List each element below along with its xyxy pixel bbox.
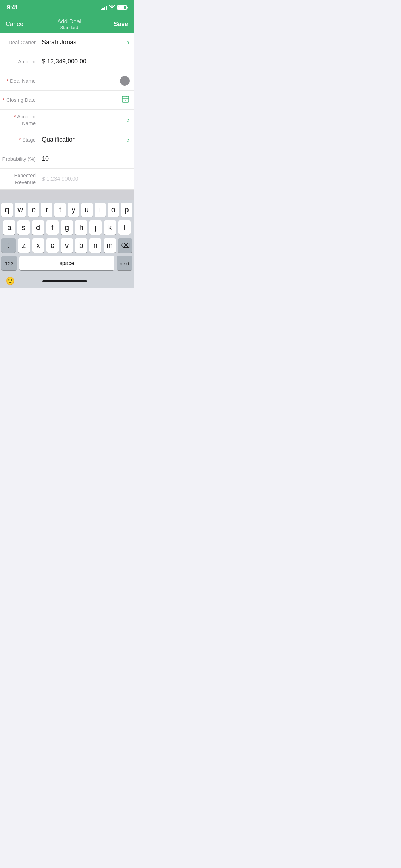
deal-owner-label: Deal Owner: [0, 39, 41, 46]
account-name-value[interactable]: ›: [41, 116, 134, 124]
account-name-label: * Account Name: [0, 113, 41, 126]
probability-row[interactable]: Probability (%) 10: [0, 149, 134, 169]
key-r[interactable]: r: [41, 203, 52, 217]
account-name-chevron-icon: ›: [127, 116, 130, 124]
deal-owner-chevron-icon: ›: [127, 38, 130, 46]
bottom-bar: 🙂: [0, 275, 134, 288]
stage-text: Qualification: [42, 136, 76, 143]
keyboard-row-3: ⇧ z x c v b n m ⌫: [1, 238, 132, 253]
key-x[interactable]: x: [32, 238, 45, 253]
status-time: 9:41: [7, 4, 18, 11]
expected-revenue-row: ExpectedRevenue $ 1,234,900.00: [0, 169, 134, 189]
signal-icon: [101, 5, 107, 10]
probability-label: Probability (%): [0, 156, 41, 162]
stage-value[interactable]: Qualification ›: [41, 136, 134, 144]
next-key[interactable]: next: [117, 256, 132, 270]
key-i[interactable]: i: [95, 203, 106, 217]
nav-title-main: Add Deal: [57, 18, 81, 25]
closing-date-row[interactable]: * Closing Date 1: [0, 91, 134, 110]
key-p[interactable]: p: [121, 203, 132, 217]
expected-revenue-text: $ 1,234,900.00: [42, 176, 78, 182]
amount-text: $ 12,349,000.00: [42, 58, 86, 65]
key-k[interactable]: k: [104, 220, 116, 235]
nav-subtitle: Standard: [57, 25, 81, 30]
amount-label: Amount: [0, 58, 41, 65]
key-f[interactable]: f: [46, 220, 59, 235]
wifi-icon: [109, 5, 115, 11]
probability-value[interactable]: 10: [41, 155, 134, 162]
key-m[interactable]: m: [104, 238, 116, 253]
key-j[interactable]: j: [89, 220, 102, 235]
status-icons: [101, 5, 127, 11]
key-z[interactable]: z: [18, 238, 30, 253]
home-indicator: [42, 280, 87, 282]
key-l[interactable]: l: [118, 220, 131, 235]
deal-owner-text: Sarah Jonas: [42, 39, 76, 46]
required-star-account: *: [14, 113, 16, 119]
shift-key[interactable]: ⇧: [1, 238, 16, 253]
key-v[interactable]: v: [61, 238, 73, 253]
voice-dot-icon: [120, 76, 130, 86]
key-b[interactable]: b: [75, 238, 87, 253]
key-e[interactable]: e: [28, 203, 39, 217]
emoji-key[interactable]: 🙂: [5, 277, 15, 286]
keyboard-row-4: 123 space next: [1, 256, 132, 270]
key-u[interactable]: u: [81, 203, 93, 217]
stage-row[interactable]: * Stage Qualification ›: [0, 130, 134, 149]
stage-label: * Stage: [0, 136, 41, 143]
status-bar: 9:41: [0, 0, 134, 15]
required-star: *: [7, 78, 9, 84]
space-key[interactable]: space: [19, 256, 114, 270]
account-name-row[interactable]: * Account Name ›: [0, 110, 134, 130]
battery-icon: [117, 5, 127, 10]
keyboard-row-2: a s d f g h j k l: [1, 220, 132, 235]
deal-name-value[interactable]: [41, 76, 134, 86]
key-g[interactable]: g: [61, 220, 73, 235]
keyboard: q w e r t y u i o p a s d f g h j k l ⇧ …: [0, 200, 134, 275]
expected-revenue-value: $ 1,234,900.00: [41, 176, 134, 182]
nav-title: Add Deal Standard: [57, 18, 81, 30]
key-y[interactable]: y: [68, 203, 79, 217]
nav-bar: Cancel Add Deal Standard Save: [0, 15, 134, 33]
cancel-button[interactable]: Cancel: [5, 21, 25, 28]
keyboard-row-1: q w e r t y u i o p: [1, 203, 132, 217]
deal-owner-row[interactable]: Deal Owner Sarah Jonas ›: [0, 33, 134, 52]
calendar-icon[interactable]: 1: [121, 95, 130, 105]
key-w[interactable]: w: [15, 203, 26, 217]
deal-owner-value[interactable]: Sarah Jonas ›: [41, 38, 134, 46]
key-d[interactable]: d: [32, 220, 44, 235]
required-star-date: *: [3, 97, 5, 103]
stage-chevron-icon: ›: [127, 136, 130, 144]
text-cursor: [42, 77, 42, 85]
numbers-key[interactable]: 123: [1, 256, 17, 270]
amount-row[interactable]: Amount $ 12,349,000.00: [0, 52, 134, 71]
key-h[interactable]: h: [75, 220, 87, 235]
closing-date-label: * Closing Date: [0, 97, 41, 104]
amount-value[interactable]: $ 12,349,000.00: [41, 58, 134, 65]
delete-key[interactable]: ⌫: [118, 238, 132, 253]
form: Deal Owner Sarah Jonas › Amount $ 12,349…: [0, 33, 134, 190]
key-a[interactable]: a: [3, 220, 15, 235]
key-t[interactable]: t: [54, 203, 66, 217]
key-c[interactable]: c: [46, 238, 59, 253]
closing-date-value[interactable]: 1: [41, 95, 134, 105]
required-star-stage: *: [19, 137, 21, 143]
svg-text:1: 1: [125, 99, 126, 102]
key-q[interactable]: q: [1, 203, 13, 217]
deal-name-label: * Deal Name: [0, 77, 41, 84]
expected-revenue-label: ExpectedRevenue: [0, 172, 41, 185]
save-button[interactable]: Save: [114, 21, 128, 28]
key-n[interactable]: n: [89, 238, 102, 253]
probability-text: 10: [42, 155, 49, 162]
key-o[interactable]: o: [108, 203, 119, 217]
deal-name-row[interactable]: * Deal Name: [0, 71, 134, 91]
key-s[interactable]: s: [17, 220, 30, 235]
form-spacer: [0, 190, 134, 200]
